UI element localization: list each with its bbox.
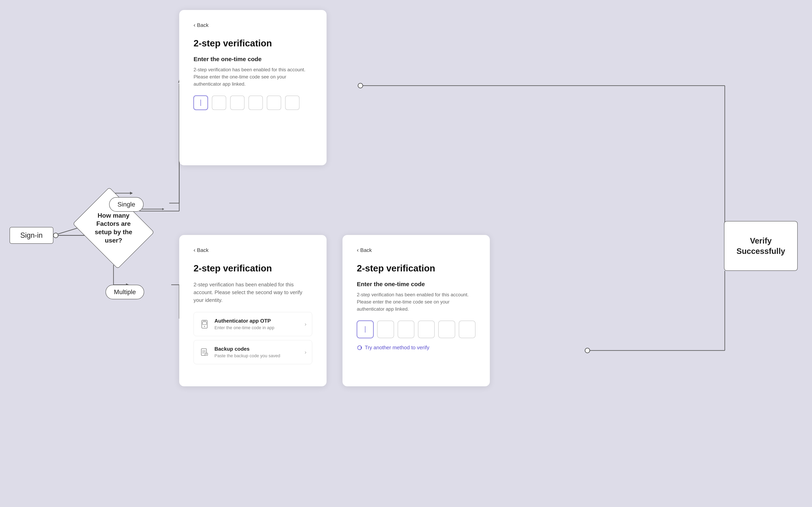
otp-box-br-5[interactable] — [438, 321, 455, 338]
otp-desc-top: 2-step verification has been enabled for… — [193, 66, 312, 88]
otp-cursor-br — [365, 326, 365, 333]
otp-box-br-3[interactable] — [398, 321, 414, 338]
back-label-bl: Back — [197, 247, 209, 253]
otp-box-5[interactable] — [267, 96, 281, 110]
back-chevron-icon: ‹ — [193, 22, 195, 28]
authenticator-icon — [199, 319, 210, 329]
back-chevron-icon-bl: ‹ — [193, 247, 195, 253]
otp-box-br-2[interactable] — [377, 321, 394, 338]
back-chevron-icon-br: ‹ — [357, 247, 359, 253]
verify-label: VerifySuccessfully — [737, 236, 785, 256]
card-top-title: 2-step verification — [193, 38, 312, 49]
otp-cursor — [200, 100, 201, 106]
svg-point-10 — [53, 233, 58, 238]
card-bl-title: 2-step verification — [193, 263, 312, 274]
backup-icon — [199, 347, 210, 357]
method-auth-sub: Enter the one-time code in app — [215, 325, 274, 330]
method-chevron-backup: › — [305, 349, 306, 355]
single-label: Single — [109, 197, 143, 212]
try-another-icon — [357, 345, 362, 350]
svg-marker-15 — [130, 192, 133, 194]
otp-box-6[interactable] — [285, 96, 299, 110]
otp-desc-br: 2-step verification has been enabled for… — [357, 291, 475, 313]
otp-inputs-top — [193, 96, 312, 110]
otp-box-br-6[interactable] — [459, 321, 475, 338]
method-backup[interactable]: Backup codes Paste the backup code you s… — [193, 340, 312, 364]
card-single-otp: ‹ Back 2-step verification Enter the one… — [179, 10, 327, 165]
otp-section-title-br: Enter the one-time code — [357, 281, 475, 288]
try-another-text: Try another method to verify — [365, 344, 429, 351]
otp-inputs-br — [357, 321, 475, 338]
method-chevron-auth: › — [305, 321, 306, 327]
svg-point-40 — [204, 326, 205, 327]
svg-rect-46 — [205, 353, 208, 355]
back-label-br: Back — [360, 247, 372, 253]
method-left-auth: Authenticator app OTP Enter the one-time… — [199, 318, 274, 330]
back-button-br[interactable]: ‹ Back — [357, 247, 475, 253]
svg-marker-9 — [162, 208, 164, 210]
card-br-title: 2-step verification — [357, 263, 475, 274]
method-backup-sub: Paste the backup code you saved — [215, 353, 280, 358]
back-label-top: Back — [197, 22, 209, 28]
method-backup-text: Backup codes Paste the backup code you s… — [215, 346, 280, 358]
multiple-label: Multiple — [106, 285, 144, 299]
svg-line-0 — [53, 228, 78, 235]
signin-label: Sign-in — [20, 231, 43, 239]
otp-section-title-top: Enter the one-time code — [193, 56, 312, 62]
verify-successfully-box: VerifySuccessfully — [724, 221, 798, 271]
svg-point-35 — [585, 348, 590, 353]
method-left-backup: Backup codes Paste the backup code you s… — [199, 346, 280, 358]
method-auth-title: Authenticator app OTP — [215, 318, 274, 324]
svg-point-27 — [358, 83, 363, 88]
back-button-top[interactable]: ‹ Back — [193, 22, 312, 28]
method-authenticator[interactable]: Authenticator app OTP Enter the one-time… — [193, 312, 312, 336]
otp-box-3[interactable] — [230, 96, 244, 110]
method-auth-text: Authenticator app OTP Enter the one-time… — [215, 318, 274, 330]
back-button-bl[interactable]: ‹ Back — [193, 247, 312, 253]
signin-box: Sign-in — [10, 227, 53, 244]
otp-box-br-1[interactable] — [357, 321, 373, 338]
svg-rect-39 — [202, 322, 207, 325]
selector-desc: 2-step verification has been enabled for… — [193, 281, 312, 304]
otp-box-4[interactable] — [248, 96, 263, 110]
otp-box-2[interactable] — [212, 96, 226, 110]
card-multi-otp: ‹ Back 2-step verification Enter the one… — [343, 235, 490, 386]
otp-box-br-4[interactable] — [418, 321, 435, 338]
otp-box-1[interactable] — [193, 96, 208, 110]
try-another-link[interactable]: Try another method to verify — [357, 344, 475, 351]
card-multi-selector: ‹ Back 2-step verification 2-step verifi… — [179, 235, 327, 386]
method-backup-title: Backup codes — [215, 346, 280, 352]
